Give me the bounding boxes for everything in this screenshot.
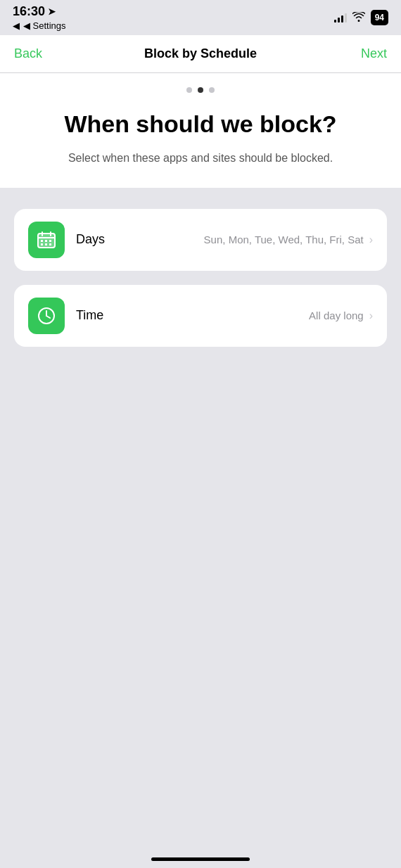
content-section: Days Sun, Mon, Tue, Wed, Thu, Fri, Sat ›… xyxy=(0,188,401,751)
next-button[interactable]: Next xyxy=(345,46,387,61)
dot-1 xyxy=(186,87,192,93)
signal-icon xyxy=(334,13,347,23)
time-value: All day long xyxy=(309,309,364,321)
svg-rect-8 xyxy=(41,243,43,245)
time-row[interactable]: Time All day long › xyxy=(14,285,387,347)
time-chevron-icon: › xyxy=(369,309,373,322)
battery-level: 94 xyxy=(375,13,384,23)
time-label: 16:30 xyxy=(13,4,45,19)
svg-rect-9 xyxy=(45,243,47,245)
status-right: 94 xyxy=(334,10,388,25)
status-left: 16:30 ➤ ◀ ◀ Settings xyxy=(13,4,66,31)
days-row[interactable]: Days Sun, Mon, Tue, Wed, Thu, Fri, Sat › xyxy=(14,209,387,271)
time-label: Time xyxy=(76,308,309,323)
time-icon xyxy=(28,298,65,334)
svg-rect-6 xyxy=(45,240,47,242)
page-title: Block by Schedule xyxy=(56,46,345,61)
svg-line-13 xyxy=(46,316,50,318)
clock-icon xyxy=(37,306,56,326)
subtitle-text: Select when these apps and sites should … xyxy=(21,150,380,167)
days-chevron-icon: › xyxy=(369,234,373,246)
back-chevron-icon: ◀ xyxy=(13,20,20,31)
days-value: Sun, Mon, Tue, Wed, Thu, Fri, Sat xyxy=(204,234,364,245)
nav-bar: Back Block by Schedule Next xyxy=(0,35,401,73)
header-section: When should we block? Select when these … xyxy=(0,73,401,188)
svg-rect-7 xyxy=(49,240,51,242)
time-card[interactable]: Time All day long › xyxy=(14,285,387,347)
calendar-icon xyxy=(37,230,56,250)
main-heading: When should we block? xyxy=(21,110,380,139)
battery-icon: 94 xyxy=(371,10,388,25)
days-icon xyxy=(28,222,65,258)
wifi-icon xyxy=(352,12,365,24)
home-indicator xyxy=(151,857,250,861)
dot-3 xyxy=(209,87,215,93)
location-icon: ➤ xyxy=(48,6,56,17)
svg-rect-10 xyxy=(49,243,51,245)
back-button[interactable]: Back xyxy=(14,46,56,61)
dot-2 xyxy=(198,87,203,93)
status-time: 16:30 ➤ xyxy=(13,4,66,19)
settings-label: ◀ Settings xyxy=(23,20,66,31)
settings-back: ◀ ◀ Settings xyxy=(13,20,66,31)
svg-rect-5 xyxy=(41,240,43,242)
status-bar: 16:30 ➤ ◀ ◀ Settings 94 xyxy=(0,0,401,35)
page-indicator xyxy=(21,87,380,93)
days-label: Days xyxy=(76,232,204,247)
days-card[interactable]: Days Sun, Mon, Tue, Wed, Thu, Fri, Sat › xyxy=(14,209,387,271)
